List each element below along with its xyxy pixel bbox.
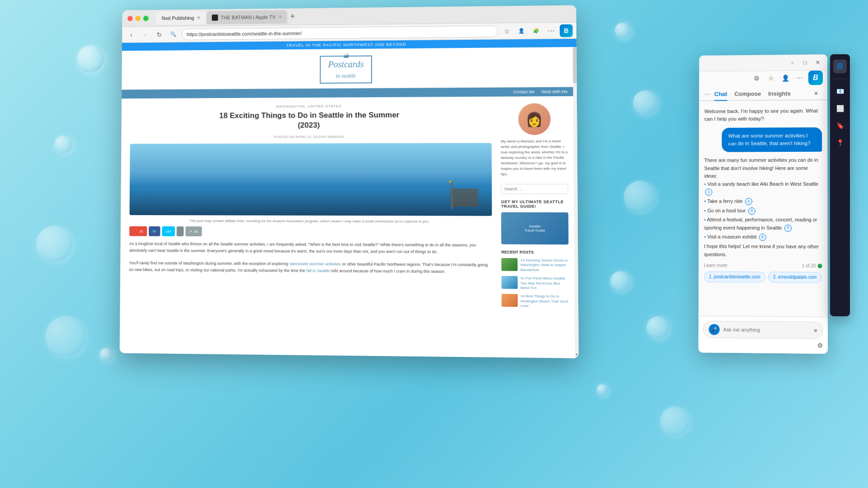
decorative-bubble — [660, 407, 689, 436]
sidebar-divider — [833, 79, 847, 79]
chat-tabs-bar: ⋯ Chat Compose Insights ✕ — [699, 87, 827, 101]
decorative-bubble — [615, 23, 631, 38]
share-icon: ↗ — [189, 230, 192, 234]
chat-tab-actions: ✕ — [810, 88, 822, 99]
chat-star-icon-btn[interactable]: ☆ — [765, 72, 777, 84]
sidebar-bookmark-icon[interactable]: 🔖 — [833, 119, 847, 132]
chat-settings-button[interactable]: ⚙ — [817, 342, 823, 349]
sidebar-bing-icon[interactable]: B — [833, 60, 847, 73]
recent-post-2-thumb — [501, 276, 518, 289]
share-main-button[interactable]: ↗ 2K — [185, 226, 202, 236]
chat-close-button[interactable]: ✕ — [813, 57, 823, 67]
tab-nod-publishing[interactable]: Nod Publishing ✕ — [156, 11, 206, 25]
scroll-down-arrow[interactable]: ▼ — [575, 351, 579, 358]
sidebar-search-input[interactable] — [501, 184, 568, 194]
chat-input-area: 🎤 ≡ — [703, 321, 823, 339]
blog-caption: This post may contain affiliate links, i… — [129, 219, 492, 224]
chat-tab-more[interactable]: ⋯ — [704, 90, 711, 98]
chat-more-icon-btn[interactable]: ⋯ — [794, 72, 806, 84]
browser-content: Postcards to seattle Contact Me Work Wit… — [120, 47, 579, 358]
source-links: 1. postcardstoseattle.com 2. emeraldpala… — [704, 272, 822, 283]
tab-compose[interactable]: Compose — [734, 88, 761, 101]
status-dot — [818, 264, 822, 268]
forward-button[interactable]: › — [140, 29, 151, 41]
citation-badge-4[interactable]: 4 — [784, 225, 792, 232]
learn-more-section: Learn more: 1 of 20 1. postcardstoseattl… — [704, 262, 822, 283]
travel-guide-image[interactable]: SeattleTravel Guide — [501, 212, 568, 245]
recent-post-2-text[interactable]: 41 Fun Facts About Seattle You May Not K… — [520, 276, 569, 291]
decorative-bubble — [54, 136, 72, 154]
activity-item-1: Visit a sandy beach like Alki Beach in W… — [704, 180, 822, 196]
share-save-button[interactable] — [177, 226, 184, 236]
decorative-bubble — [624, 181, 656, 212]
tab-label: Nod Publishing — [162, 15, 194, 21]
chat-tab-close-btn[interactable]: ✕ — [810, 88, 822, 99]
url-text: https://postcardstoseattle.com/seattle-i… — [187, 30, 302, 37]
tab-insights[interactable]: Insights — [768, 88, 791, 101]
decorative-bubble — [597, 384, 608, 395]
maximize-button[interactable] — [143, 15, 149, 21]
star-button[interactable]: ☆ — [501, 25, 513, 37]
chat-send-icon[interactable]: ≡ — [814, 327, 817, 333]
back-button[interactable]: ‹ — [126, 29, 137, 41]
tab-close-icon[interactable]: ✕ — [197, 15, 200, 20]
person-button[interactable]: 👤 — [515, 25, 528, 37]
source-link-2[interactable]: 2. emeraldpalate.com — [768, 272, 822, 283]
welcome-message: Welcome back. I'm happy to see you again… — [704, 107, 822, 123]
minimize-button[interactable] — [135, 15, 141, 21]
source-link-1[interactable]: 1. postcardstoseattle.com — [704, 272, 765, 283]
tab-batman-close-icon[interactable]: ✕ — [278, 14, 282, 19]
decorative-bubble — [646, 316, 669, 339]
tab-batman-label: THE BATMAN | Apple TV — [221, 14, 275, 20]
sidebar-outlook-icon[interactable]: 📧 — [833, 84, 847, 98]
scrollbar-thumb[interactable] — [573, 47, 577, 84]
bot-outro-text: I hope this helps! Let me know if you ha… — [704, 243, 822, 259]
chat-minimize-button[interactable]: − — [788, 57, 797, 67]
chat-mic-icon[interactable]: 🎤 — [709, 324, 720, 335]
new-tab-button[interactable]: + — [288, 12, 297, 21]
blog-body-text: As a longtime local of Seattle who thriv… — [129, 241, 492, 275]
chat-panel: − □ ✕ ⚙ ☆ 👤 ⋯ B ⋯ Chat Compose Insights … — [698, 54, 828, 354]
vancouver-link[interactable]: Vancouver summer activities — [289, 262, 341, 267]
tab-chat[interactable]: Chat — [714, 88, 727, 101]
decorative-bubble — [36, 226, 72, 262]
lamp-element — [451, 182, 453, 209]
sidebar-nav-icon[interactable]: 📍 — [833, 136, 847, 150]
extensions-button[interactable]: 🧩 — [530, 25, 542, 37]
citation-badge-2[interactable]: 2 — [745, 198, 752, 205]
blog-logo[interactable]: Postcards to seattle — [320, 56, 372, 84]
browser-controls — [127, 15, 149, 21]
share-count-button[interactable]: 184 — [162, 226, 175, 236]
more-button[interactable]: ⋯ — [545, 25, 557, 37]
logo-text: Postcards — [328, 59, 364, 69]
share-pin-button[interactable]: 📌 1K — [129, 226, 147, 236]
activity-item-5: Visit a museum exhibit 5 — [704, 233, 822, 241]
decorative-bubble — [633, 90, 658, 115]
pagination-area: 1 of 20 — [802, 263, 822, 270]
guide-section-title: GET MY ULTIMATE SEATTLE TRAVEL GUIDE! — [501, 199, 568, 208]
tab-batman[interactable]: THE BATMAN | Apple TV ✕ — [207, 10, 287, 24]
chat-titlebar: − □ ✕ — [699, 54, 827, 71]
fall-seattle-link[interactable]: fall in Seattle — [306, 268, 329, 273]
sidebar-apps-icon[interactable]: ⬜ — [833, 102, 847, 115]
activity-1-text: Visit a sandy beach like Alki Beach in W… — [708, 181, 819, 187]
citation-badge-1[interactable]: 1 — [705, 189, 712, 196]
search-icon-btn[interactable]: 🔍 — [168, 28, 179, 40]
chat-maximize-button[interactable]: □ — [800, 57, 810, 67]
chat-person-icon-btn[interactable]: 👤 — [779, 72, 791, 84]
nav-contact[interactable]: Contact Me — [513, 89, 534, 94]
recent-post-1-text[interactable]: 13 Stunning Scenic Drives in Washington … — [520, 258, 569, 272]
nav-work-with-me[interactable]: Work With Me — [542, 89, 568, 94]
address-bar[interactable]: https://postcardstoseattle.com/seattle-i… — [182, 25, 498, 40]
citation-badge-5[interactable]: 5 — [759, 234, 766, 241]
recent-post-3: 14 Best Things to Do in Huntington Beach… — [501, 294, 569, 309]
chat-settings-icon-btn[interactable]: ⚙ — [750, 72, 762, 84]
citation-badge-3[interactable]: 3 — [748, 207, 755, 215]
recent-post-3-text[interactable]: 14 Best Things to Do in Huntington Beach… — [520, 294, 569, 309]
bing-icon-btn[interactable]: B — [560, 24, 573, 37]
activity-item-2: Take a ferry ride 2 — [704, 197, 822, 206]
share-twitter-button[interactable]: 🐦 — [149, 226, 160, 236]
chat-input[interactable] — [723, 327, 810, 333]
close-button[interactable] — [127, 16, 133, 21]
refresh-button[interactable]: ↻ — [154, 28, 165, 40]
